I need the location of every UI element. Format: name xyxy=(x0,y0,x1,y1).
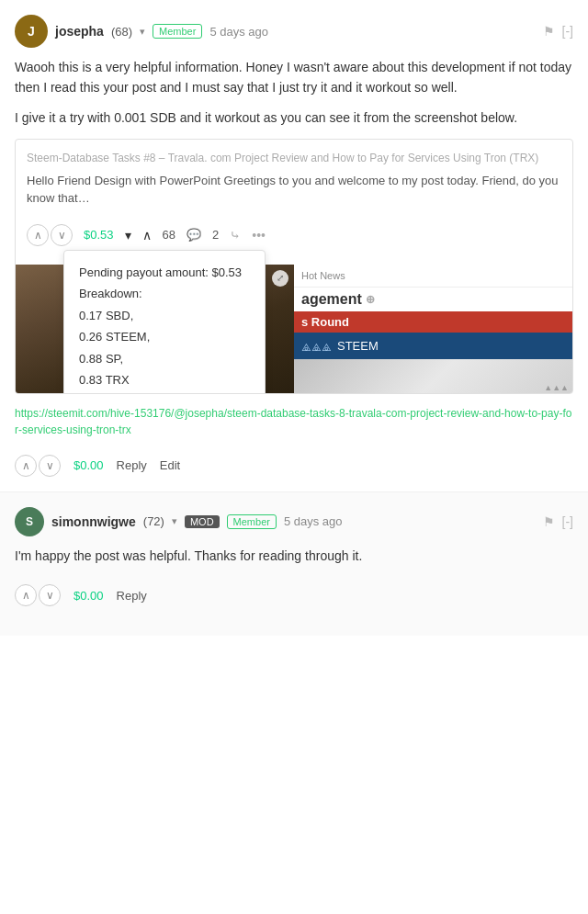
inner-share-icon[interactable]: ⤷ xyxy=(230,228,241,243)
flag-icon-simonnwigwe[interactable]: ⚑ xyxy=(543,514,555,529)
inner-vote-separator: ▾ xyxy=(125,228,131,243)
inner-upvote-count-icon: ∧ xyxy=(142,228,152,243)
avatar-josepha: J xyxy=(15,15,48,48)
steem-label: STEEM xyxy=(337,339,379,353)
bottom-downvote-btn[interactable]: ∨ xyxy=(39,455,61,477)
bottom-action-row-josepha: ∧ ∨ $0.00 Reply Edit xyxy=(15,447,573,491)
reply-button-simonnwigwe[interactable]: Reply xyxy=(117,589,147,603)
image-bottom-right: ▲▲▲STEEM xyxy=(294,359,572,393)
bottom-vote-amount: $0.00 xyxy=(74,458,104,472)
steem-logo-icon: ⟁⟁⟁ xyxy=(301,336,332,355)
engagement-bar: agement ⊕ xyxy=(294,288,572,311)
timestamp-josepha: 5 days ago xyxy=(209,25,268,39)
username-josepha[interactable]: josepha xyxy=(55,24,104,39)
flag-icon-josepha[interactable]: ⚑ xyxy=(543,24,555,39)
avatar-simonnwigwe: S xyxy=(15,507,44,536)
expand-icon[interactable]: ⤢ xyxy=(272,270,288,287)
inner-comment-icon[interactable]: 💬 xyxy=(187,228,201,242)
steem-bar: ⟁⟁⟁ STEEM xyxy=(294,333,572,359)
quoted-title: Steem-Database Tasks #8 – Travala. com P… xyxy=(27,151,561,166)
bottom-vote-amount-2: $0.00 xyxy=(74,589,104,603)
collapse-icon-simonnwigwe[interactable]: [-] xyxy=(562,514,573,529)
inner-vote-row: ∧ ∨ $0.53 ▾ ∧ 68 💬 2 ⤷ ••• Pending payou… xyxy=(27,217,561,254)
bottom-vote-arrows: ∧ ∨ xyxy=(15,455,61,477)
tooltip-null-pct: null: 25.00% xyxy=(79,390,250,394)
comment-body-simonnwigwe: I'm happy the post was helpful. Thanks f… xyxy=(15,546,573,566)
comment-header-simonnwigwe: S simonnwigwe (72) ▾ MOD Member 5 days a… xyxy=(15,507,573,536)
bottom-upvote-btn[interactable]: ∧ xyxy=(15,455,37,477)
header-actions-josepha: ⚑ [-] xyxy=(543,24,573,39)
member-badge-josepha: Member xyxy=(153,24,202,39)
round-bar: s Round xyxy=(294,311,572,333)
tooltip-trx: 0.83 TRX xyxy=(79,369,250,390)
edit-button-josepha[interactable]: Edit xyxy=(160,458,180,472)
quoted-text: Hello Friend Design with PowerPoint Gree… xyxy=(27,172,561,208)
comment-josepha: J josepha (68) ▾ Member 5 days ago ⚑ [-]… xyxy=(0,0,588,492)
mod-badge-simonnwigwe: MOD xyxy=(185,515,220,528)
reputation-simonnwigwe: (72) xyxy=(143,514,164,528)
inner-dots[interactable]: ••• xyxy=(252,228,266,243)
inner-downvote-btn[interactable]: ∨ xyxy=(51,224,73,246)
bottom-upvote-btn-2[interactable]: ∧ xyxy=(15,584,37,606)
body-paragraph-2: I give it a try with 0.001 SDB and it wo… xyxy=(15,107,573,128)
timestamp-simonnwigwe: 5 days ago xyxy=(284,514,343,528)
body-paragraph-1: Waooh this is a very helpful information… xyxy=(15,57,573,98)
comment-header-josepha: J josepha (68) ▾ Member 5 days ago ⚑ [-] xyxy=(15,15,573,48)
reply-button-josepha[interactable]: Reply xyxy=(117,458,147,472)
tooltip-sbd: 0.17 SBD, xyxy=(79,305,250,326)
inner-vote-amount[interactable]: $0.53 xyxy=(84,228,114,242)
dropdown-arrow-josepha[interactable]: ▾ xyxy=(140,26,145,38)
tooltip-steem: 0.26 STEEM, xyxy=(79,326,250,347)
header-actions-simonnwigwe: ⚑ [-] xyxy=(543,514,573,529)
tooltip-pending: Pending payout amount: $0.53 xyxy=(79,262,250,283)
comment-simonnwigwe: S simonnwigwe (72) ▾ MOD Member 5 days a… xyxy=(0,492,588,636)
body-text-simonnwigwe: I'm happy the post was helpful. Thanks f… xyxy=(15,546,573,566)
inner-vote-count: 68 xyxy=(163,228,175,242)
bottom-vote-arrows-2: ∧ ∨ xyxy=(15,584,61,606)
tooltip-breakdown: Breakdown: xyxy=(79,283,250,304)
inner-vote-arrows: ∧ ∨ xyxy=(27,224,73,246)
inner-comment-count: 2 xyxy=(212,228,219,242)
payout-tooltip: Pending payout amount: $0.53 Breakdown: … xyxy=(63,250,266,394)
username-simonnwigwe[interactable]: simonnwigwe xyxy=(51,514,136,529)
bottom-action-row-simonnwigwe: ∧ ∨ $0.00 Reply xyxy=(15,577,573,621)
dropdown-arrow-simonnwigwe[interactable]: ▾ xyxy=(172,515,177,527)
comment-body-josepha: Waooh this is a very helpful information… xyxy=(15,57,573,128)
image-right: Hot News agement ⊕ s Round ⟁⟁⟁ STEEM ▲▲▲… xyxy=(294,265,572,393)
member-badge-simonnwigwe: Member xyxy=(227,514,277,529)
tooltip-sp: 0.88 SP, xyxy=(79,348,250,369)
hot-news-bar: Hot News xyxy=(294,265,572,288)
bottom-downvote-btn-2[interactable]: ∨ xyxy=(39,584,61,606)
quoted-block-josepha: Steem-Database Tasks #8 – Travala. com P… xyxy=(15,139,573,394)
collapse-icon-josepha[interactable]: [-] xyxy=(562,24,573,39)
reputation-josepha: (68) xyxy=(111,25,132,39)
post-link[interactable]: https://steemit.com/hive-153176/@josepha… xyxy=(15,405,573,438)
watermark: ▲▲▲STEEM xyxy=(540,383,569,393)
inner-upvote-btn[interactable]: ∧ xyxy=(27,224,49,246)
